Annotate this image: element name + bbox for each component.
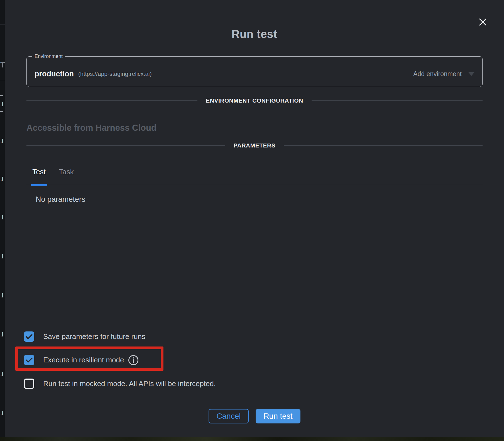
environment-configuration-heading: ENVIRONMENT CONFIGURATION [206,97,303,104]
environment-row: production (https://app-staging.relicx.a… [27,59,482,87]
environment-selector[interactable]: Environment production (https://app-stag… [26,54,483,87]
background-text-fragment: .l [0,292,5,299]
background-text-fragment: .l [0,253,5,260]
tab-task[interactable]: Task [58,166,75,185]
option-label[interactable]: Save parameters for future runs [43,332,145,341]
background-text-fragment: .l [0,371,5,377]
run-test-button[interactable]: Run test [256,409,300,423]
run-test-dialog: Run test Environment production (https:/… [5,0,504,437]
option-save-parameters: Save parameters for future runs [24,331,145,342]
divider-line [26,145,225,146]
background-text-fragment: .l [0,176,5,182]
environment-legend: Environment [32,54,65,59]
environment-url: (https://app-staging.relicx.ai) [78,71,152,77]
cancel-button[interactable]: Cancel [209,409,249,423]
dialog-title: Run test [5,28,504,40]
background-text-fragment: .l [0,410,5,416]
background-text-fragment: .l [0,101,5,108]
save-parameters-checkbox[interactable] [24,331,34,342]
divider-line [26,100,197,101]
parameters-heading: PARAMETERS [234,142,275,149]
info-icon[interactable] [128,355,138,365]
add-environment-label: Add environment [413,70,462,78]
background-page-strip [0,437,504,441]
parameters-divider: PARAMETERS [26,142,483,149]
chevron-down-icon [468,72,474,76]
background-text-fragment: T [0,61,5,69]
environment-name: production [35,70,74,78]
option-mocked-mode: Run test in mocked mode. All APIs will b… [24,379,216,389]
background-row-divider [0,25,5,25]
divider-line [284,145,483,146]
close-icon[interactable] [478,17,488,27]
parameters-tabbar: Test Task [26,166,483,185]
option-resilient-mode: Execute in resilient mode [24,355,138,365]
tab-test[interactable]: Test [31,166,47,185]
background-text-fragment: .l [0,214,5,221]
background-text-fragment: .l [0,138,5,144]
no-parameters-message: No parameters [36,195,85,204]
mocked-mode-checkbox[interactable] [24,379,34,389]
option-label[interactable]: Execute in resilient mode [43,356,124,364]
divider-line [312,100,483,101]
background-text-fragment [0,95,3,96]
add-environment-dropdown[interactable]: Add environment [413,70,474,78]
accessibility-note: Accessible from Harness Cloud [26,123,156,133]
background-text-fragment [0,111,3,112]
option-label[interactable]: Run test in mocked mode. All APIs will b… [43,379,216,388]
background-app-strip: T .l .l .l .l .l .l .l .l .l [0,0,5,437]
resilient-mode-checkbox[interactable] [24,355,34,365]
environment-configuration-divider: ENVIRONMENT CONFIGURATION [26,97,483,104]
screen: T .l .l .l .l .l .l .l .l .l Run test En… [0,0,504,441]
background-text-fragment: .l [0,331,5,338]
background-row-divider [0,80,5,80]
